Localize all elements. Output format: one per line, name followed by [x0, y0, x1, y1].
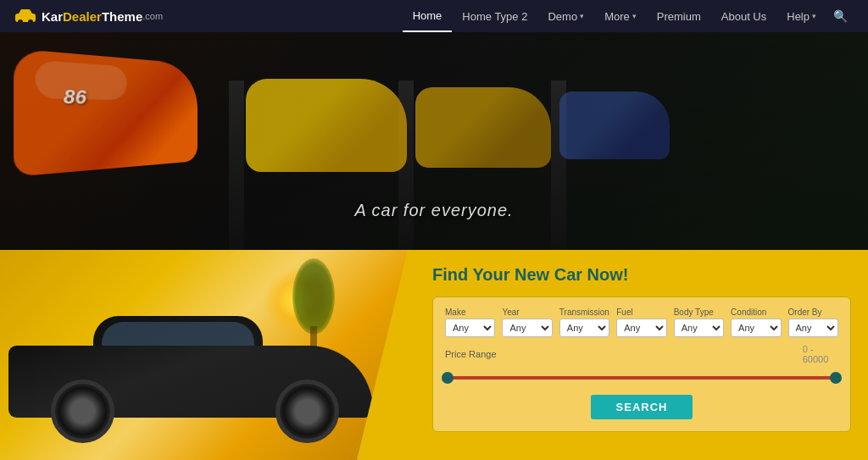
- price-range-track: [445, 376, 838, 380]
- nav-home-type2[interactable]: Home Type 2: [452, 0, 537, 32]
- search-button[interactable]: SEARCH: [591, 395, 693, 419]
- condition-select[interactable]: Any: [731, 319, 781, 337]
- order-by-label: Order By: [788, 308, 838, 317]
- hero-race-car-yellow: [246, 79, 407, 172]
- filter-body-type: Body Type Any: [674, 308, 724, 337]
- hero-race-car-yellow2: [415, 87, 551, 168]
- transmission-label: Transmission: [559, 308, 609, 317]
- help-arrow-icon: ▾: [812, 12, 816, 20]
- hero-tagline: A car for everyone.: [0, 201, 868, 220]
- condition-label: Condition: [731, 308, 781, 317]
- logo-dealer: Dealer: [63, 9, 102, 24]
- search-title: Find Your New Car Now!: [432, 265, 851, 285]
- more-arrow-icon: ▾: [632, 12, 637, 20]
- year-label: Year: [502, 308, 552, 317]
- make-select[interactable]: Any: [445, 319, 495, 337]
- search-box: Make Any Year Any Transmission Any: [432, 297, 851, 432]
- filter-row: Make Any Year Any Transmission Any: [445, 308, 838, 337]
- filter-fuel: Fuel Any: [616, 308, 666, 337]
- car-logo-icon: [14, 7, 37, 25]
- svg-point-1: [18, 19, 23, 25]
- year-select[interactable]: Any: [502, 319, 552, 337]
- mustang-wheel-front: [51, 380, 114, 443]
- nav-menu: Home Home Type 2 Demo ▾ More ▾ Premium A…: [403, 0, 854, 32]
- make-label: Make: [445, 308, 495, 317]
- logo-com: .com: [142, 11, 163, 21]
- search-icon[interactable]: 🔍: [826, 9, 854, 23]
- hero-race-car-blue: [559, 91, 670, 159]
- logo-kar: Kar: [42, 9, 63, 24]
- price-range-value: 0 - 60000: [803, 344, 838, 364]
- mustang-car: [8, 308, 373, 443]
- nav-home[interactable]: Home: [403, 0, 453, 32]
- filter-make: Make Any: [445, 308, 495, 337]
- body-type-select[interactable]: Any: [674, 319, 724, 337]
- price-range-slider-container: [445, 368, 838, 388]
- price-range-label: Price Range: [445, 349, 803, 359]
- demo-arrow-icon: ▾: [580, 12, 584, 20]
- logo[interactable]: KarDealerTheme.com: [14, 7, 163, 25]
- order-by-select[interactable]: Any: [788, 319, 838, 337]
- navbar: KarDealerTheme.com Home Home Type 2 Demo…: [0, 0, 868, 32]
- price-range-row: Price Range 0 - 60000: [445, 344, 838, 388]
- body-type-label: Body Type: [674, 308, 724, 317]
- nav-help[interactable]: Help ▾: [776, 0, 826, 32]
- mustang-wheel-rear: [275, 380, 339, 443]
- filter-order-by: Order By Any: [788, 308, 838, 337]
- filter-year: Year Any: [502, 308, 552, 337]
- filter-transmission: Transmission Any: [559, 308, 609, 337]
- bottom-section: Find Your New Car Now! Make Any Year Any: [0, 250, 868, 460]
- svg-point-2: [28, 19, 33, 25]
- car-image-area: [0, 250, 407, 460]
- car-number-badge: 86: [64, 85, 86, 108]
- fuel-select[interactable]: Any: [616, 319, 666, 337]
- nav-about[interactable]: About Us: [711, 0, 776, 32]
- search-panel: Find Your New Car Now! Make Any Year Any: [407, 250, 868, 460]
- nav-premium[interactable]: Premium: [647, 0, 711, 32]
- garage-pillar-1: [229, 80, 244, 250]
- transmission-select[interactable]: Any: [559, 319, 609, 337]
- nav-demo[interactable]: Demo ▾: [537, 0, 594, 32]
- filter-condition: Condition Any: [731, 308, 781, 337]
- hero-race-car-orange: 86: [14, 48, 198, 177]
- fuel-label: Fuel: [616, 308, 666, 317]
- nav-more[interactable]: More ▾: [594, 0, 647, 32]
- hero-section: 86 A car for everyone.: [0, 32, 868, 250]
- logo-theme: Theme: [102, 9, 142, 24]
